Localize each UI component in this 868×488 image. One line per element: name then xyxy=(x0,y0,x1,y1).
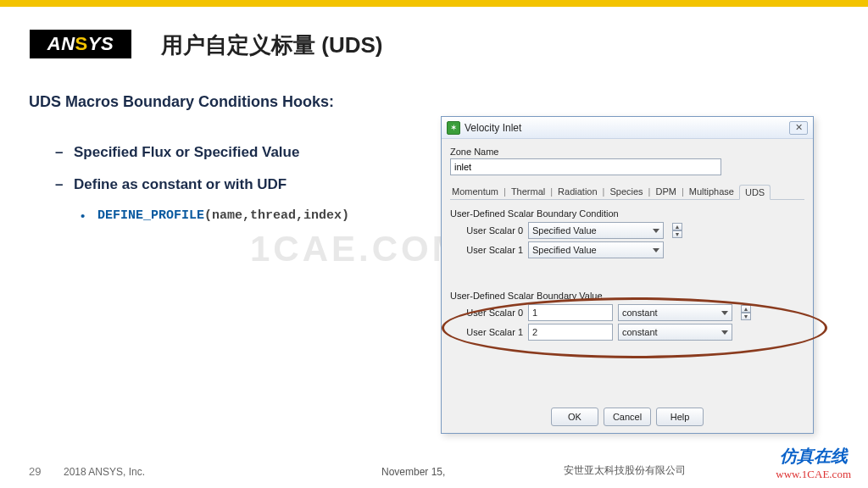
spinner[interactable]: ▲▼ xyxy=(672,223,682,238)
bc-row: User Scalar 1 Specified Value xyxy=(462,241,804,258)
copyright-text: 2018 ANSYS, Inc. xyxy=(64,466,145,478)
chevron-down-icon xyxy=(721,311,728,315)
macro-name: DEFINE_PROFILE xyxy=(97,208,204,223)
row-label: User Scalar 1 xyxy=(462,327,523,337)
dash-marker: – xyxy=(55,144,74,161)
row-label: User Scalar 1 xyxy=(462,245,523,255)
background-watermark: 1CAE.COM xyxy=(250,229,465,269)
close-icon[interactable]: ✕ xyxy=(789,121,808,135)
dropdown-value: Specified Value xyxy=(532,245,597,255)
chevron-down-icon xyxy=(653,248,659,252)
sub-bullet-item: • DEFINE_PROFILE(name,thread,index) xyxy=(81,208,411,223)
row-label: User Scalar 0 xyxy=(462,308,523,318)
tab-species[interactable]: Species xyxy=(608,184,644,199)
slide-title: 用户自定义标量 (UDS) xyxy=(161,30,382,60)
value-input-1[interactable]: 2 xyxy=(528,324,613,341)
boundary-value-label: User-Defined Scalar Boundary Value xyxy=(450,291,804,301)
bullet-item: – Define as constant or with UDF xyxy=(55,176,411,193)
company-text: 安世亚太科技股份有限公司 xyxy=(564,463,686,478)
help-button[interactable]: Help xyxy=(656,408,704,426)
bc-dropdown-0[interactable]: Specified Value xyxy=(528,222,664,239)
dot-marker: • xyxy=(81,208,97,223)
value-input-0[interactable]: 1 xyxy=(528,304,613,321)
mode-dropdown-1[interactable]: constant xyxy=(618,324,732,341)
ansys-logo: ANSYS xyxy=(30,30,131,58)
section-heading: UDS Macros Boundary Conditions Hooks: xyxy=(29,93,334,111)
bullet-list: – Specified Flux or Specified Value – De… xyxy=(55,144,411,223)
chevron-down-icon xyxy=(653,229,659,233)
watermark-logo: 仿真在线 www.1CAE.com xyxy=(776,445,851,481)
zone-name-label: Zone Name xyxy=(450,147,804,157)
bc-dropdown-1[interactable]: Specified Value xyxy=(528,241,664,258)
code-macro: DEFINE_PROFILE(name,thread,index) xyxy=(97,208,349,223)
zone-name-input[interactable] xyxy=(450,158,721,175)
dialog-title-text: Velocity Inlet xyxy=(465,122,521,134)
ok-button[interactable]: OK xyxy=(551,408,598,426)
spinner[interactable]: ▲▼ xyxy=(741,305,751,320)
tab-multiphase[interactable]: Multiphase xyxy=(687,184,736,199)
bullet-text: Define as constant or with UDF xyxy=(74,176,287,193)
dropdown-value: constant xyxy=(622,308,658,318)
mode-dropdown-0[interactable]: constant xyxy=(618,304,732,321)
tab-momentum[interactable]: Momentum xyxy=(450,184,500,199)
tab-dpm[interactable]: DPM xyxy=(654,184,677,199)
dropdown-value: Specified Value xyxy=(532,225,597,236)
dialog-titlebar[interactable]: ✶ Velocity Inlet ✕ xyxy=(442,117,813,139)
tab-bar: Momentum| Thermal| Radiation| Species| D… xyxy=(450,184,804,200)
dialog-body: Zone Name Momentum| Thermal| Radiation| … xyxy=(442,139,813,350)
val-row: User Scalar 0 1 constant ▲▼ xyxy=(462,304,804,321)
dropdown-value: constant xyxy=(622,327,658,337)
date-text: November 15, xyxy=(381,466,445,478)
boundary-condition-label: User-Defined Scalar Boundary Condition xyxy=(450,208,804,219)
val-row: User Scalar 1 2 constant xyxy=(462,324,804,341)
dash-marker: – xyxy=(55,176,74,193)
app-icon: ✶ xyxy=(447,121,460,135)
bullet-item: – Specified Flux or Specified Value xyxy=(55,144,411,161)
top-accent-bar xyxy=(0,0,868,7)
watermark-cn: 仿真在线 xyxy=(776,445,851,468)
tab-radiation[interactable]: Radiation xyxy=(556,184,598,199)
tab-uds[interactable]: UDS xyxy=(739,185,771,200)
logo-text: ANSYS xyxy=(47,33,114,55)
bullet-text: Specified Flux or Specified Value xyxy=(74,144,299,161)
row-label: User Scalar 0 xyxy=(462,225,523,236)
slide-number: 29 xyxy=(29,465,41,478)
dialog-button-row: OK Cancel Help xyxy=(442,408,813,426)
bc-row: User Scalar 0 Specified Value ▲▼ xyxy=(462,222,804,239)
chevron-down-icon xyxy=(721,330,728,335)
macro-args: (name,thread,index) xyxy=(204,208,349,223)
tab-thermal[interactable]: Thermal xyxy=(509,184,547,199)
watermark-url: www.1CAE.com xyxy=(776,468,851,481)
velocity-inlet-dialog: ✶ Velocity Inlet ✕ Zone Name Momentum| T… xyxy=(441,116,814,434)
cancel-button[interactable]: Cancel xyxy=(604,408,651,426)
